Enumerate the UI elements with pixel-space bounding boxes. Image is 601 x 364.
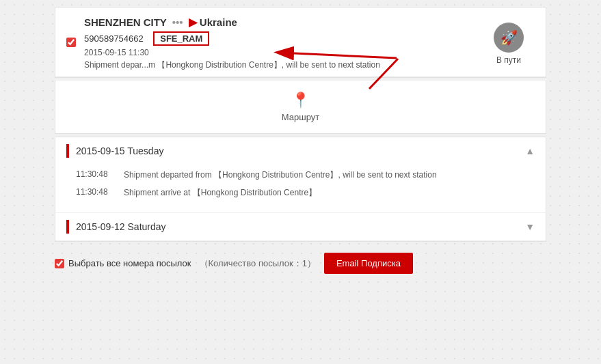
day-1-header[interactable]: 2015-09-15 Tuesday ▲	[55, 137, 546, 165]
event-1-description: Shipment departed from 【Hongkong Distrib…	[124, 169, 535, 181]
route-line: SHENZHEN CITY ••• ▶ Ukraine	[84, 16, 483, 29]
event-1-time: 11:30:48	[76, 169, 124, 181]
destination-city: Ukraine	[200, 16, 237, 28]
tracking-code-box: SFE_RAM	[153, 31, 209, 46]
timeline-event-1: 11:30:48 Shipment departed from 【Hongkon…	[76, 169, 535, 181]
status-column: 🚀 В пути	[483, 23, 535, 65]
timeline-event-2: 11:30:48 Shipment arrive at 【Hongkong Di…	[76, 186, 535, 199]
timeline-section: 2015-09-15 Tuesday ▲ 11:30:48 Shipment d…	[55, 137, 546, 242]
select-all-row: Выбрать все номера посылок	[55, 258, 191, 268]
status-icon: 🚀	[494, 23, 524, 53]
bottom-controls: Выбрать все номера посылок （Количество п…	[55, 244, 546, 282]
event-2-description: Shipment arrive at 【Hongkong Distributio…	[124, 186, 535, 199]
route-section: 📍 Маршрут	[55, 81, 546, 134]
shipment-date: 2015-09-15 11:30	[84, 48, 483, 57]
shipment-checkbox-col	[66, 38, 76, 50]
day-2-indicator	[66, 220, 69, 234]
day-2-label: 2015-09-12 Saturday	[76, 221, 525, 232]
shipment-info: SHENZHEN CITY ••• ▶ Ukraine 590589754662…	[84, 16, 483, 71]
shipment-description: Shipment depar...m 【Hongkong Distributio…	[84, 59, 483, 71]
rocket-icon: 🚀	[500, 29, 518, 46]
shipment-header: SHENZHEN CITY ••• ▶ Ukraine 590589754662…	[55, 8, 546, 77]
chevron-up-icon: ▲	[525, 145, 535, 156]
shipment-checkbox[interactable]	[66, 38, 76, 47]
email-subscribe-button[interactable]: Email Подписка	[324, 253, 413, 274]
status-text: В пути	[496, 55, 521, 65]
timeline-day-1: 2015-09-15 Tuesday ▲ 11:30:48 Shipment d…	[55, 137, 546, 213]
origin-city: SHENZHEN CITY	[84, 16, 167, 28]
day-1-label: 2015-09-15 Tuesday	[76, 145, 525, 156]
tracking-number-value: 590589754662	[84, 33, 144, 44]
count-info: （Количество посылок：1）	[200, 257, 316, 270]
map-pin-icon: 📍	[291, 92, 310, 109]
select-all-label: Выбрать все номера посылок	[68, 258, 191, 268]
day-2-header[interactable]: 2015-09-12 Saturday ▼	[55, 213, 546, 240]
route-label: Маршрут	[282, 112, 319, 122]
timeline-day-2: 2015-09-12 Saturday ▼	[55, 213, 546, 241]
chevron-down-icon: ▼	[525, 221, 535, 232]
route-dots: •••	[172, 16, 183, 28]
route-arrow: ▶	[189, 16, 197, 28]
select-all-checkbox[interactable]	[55, 259, 64, 268]
day-1-indicator	[66, 144, 69, 158]
route-button[interactable]: 📍 Маршрут	[282, 92, 319, 122]
day-1-events: 11:30:48 Shipment departed from 【Hongkon…	[55, 165, 546, 212]
main-container: SHENZHEN CITY ••• ▶ Ukraine 590589754662…	[0, 0, 601, 289]
tracking-number-row: 590589754662 SFE_RAM	[84, 31, 483, 46]
event-2-time: 11:30:48	[76, 186, 124, 199]
shipment-card: SHENZHEN CITY ••• ▶ Ukraine 590589754662…	[55, 7, 546, 78]
